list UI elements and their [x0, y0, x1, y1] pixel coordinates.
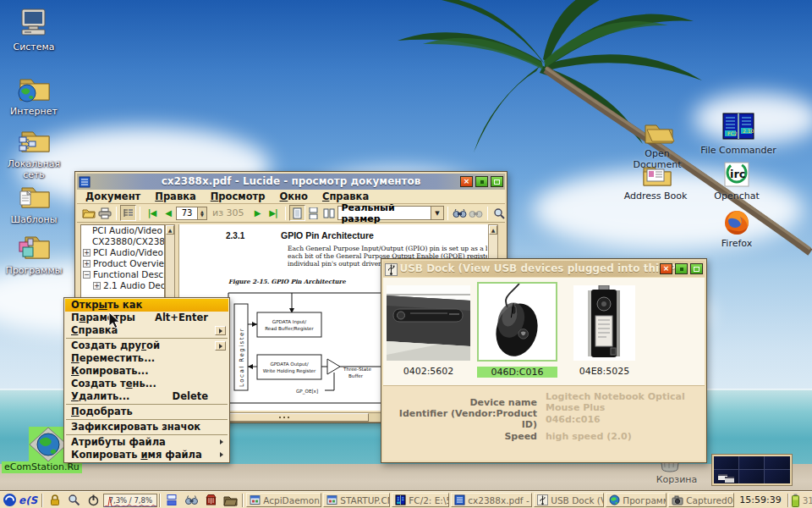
folder-document-icon — [639, 119, 676, 147]
first-page-button[interactable]: |◀ — [144, 205, 160, 221]
taskbar-button-captured[interactable]: Captured001 — [668, 493, 734, 507]
start-button[interactable]: e(S — [0, 493, 40, 507]
close-button[interactable]: × — [660, 263, 672, 274]
page-number-input[interactable] — [176, 207, 198, 220]
tree-expand-icon[interactable]: + — [83, 260, 91, 268]
menu-item-create-another[interactable]: Создать другой — [65, 340, 228, 352]
open-button[interactable] — [80, 205, 96, 221]
usb-window-titlebar[interactable]: USB Dock (View USB devices plugged into … — [383, 261, 705, 277]
tree-collapse-icon[interactable]: − — [83, 271, 91, 279]
toolbar-separator — [140, 207, 140, 220]
hide-button[interactable] — [675, 263, 688, 274]
facing-view-button[interactable] — [321, 205, 337, 221]
taskbar-button-programs[interactable]: Программы — [606, 493, 667, 507]
close-button[interactable]: × — [460, 176, 473, 187]
outline-item[interactable]: +2.1 Audio Decoder — [81, 280, 164, 291]
outline-item[interactable]: CX23880/CX23881/C — [81, 236, 164, 247]
desktop-icon-ecomstation-ru[interactable] — [29, 427, 68, 466]
outline-item[interactable]: PCI Audio/Video Broa — [81, 225, 164, 236]
menu-help[interactable]: Справка — [322, 190, 369, 202]
search-button[interactable] — [64, 493, 84, 508]
taskbar-button-pdf[interactable]: cx2388x.pdf - L — [451, 493, 532, 507]
menu-edit[interactable]: Правка — [155, 190, 195, 202]
virtual-desktop-pager[interactable] — [712, 455, 792, 485]
menu-item-label: Удалить... — [71, 390, 129, 402]
menu-item-copy[interactable]: Копировать... — [65, 365, 228, 378]
drives-folder-button[interactable] — [221, 493, 240, 508]
scroll-up-icon[interactable]: ▲ — [166, 225, 174, 235]
desktop-icon-address-book[interactable]: Address Book — [622, 163, 689, 202]
menu-item-copy-filename[interactable]: Копировать имя файла — [65, 449, 228, 461]
desktop-icon-templates[interactable]: Шаблоны — [0, 183, 68, 225]
page-icon — [293, 207, 302, 219]
desktop-icon-internet[interactable]: Интернет — [0, 73, 68, 117]
desktop-icon-programs[interactable]: Программы — [0, 232, 68, 276]
menu-item-create-shadow[interactable]: Создать тень... — [65, 378, 228, 390]
tree-expand-icon[interactable]: + — [93, 282, 101, 290]
desktop-icon-openchat[interactable]: irc Openchat — [699, 161, 775, 202]
power-button[interactable] — [84, 493, 103, 508]
usb-device-item[interactable]: 0402:5602 — [387, 285, 470, 377]
desktop-icon-local-network[interactable]: Локальная сеть — [0, 127, 68, 180]
menu-item-pickup[interactable]: Подобрать — [65, 406, 228, 418]
taskbar-button-fc2[interactable]: FC/2: E:\5 — [392, 493, 449, 507]
single-page-view-button[interactable] — [289, 205, 305, 221]
scroll-up-icon[interactable]: ▲ — [489, 225, 497, 235]
menu-separator — [66, 404, 228, 405]
menu-document[interactable]: Документ — [85, 190, 140, 202]
find-button[interactable] — [452, 205, 468, 221]
taskbar-button-acpidaemon[interactable]: AcpiDaemon.ex — [246, 493, 321, 507]
menu-item-move[interactable]: Переместить... — [65, 352, 228, 365]
submenu-arrow-icon[interactable] — [215, 341, 226, 351]
outline-item[interactable]: +Product Overview — [81, 258, 164, 269]
usb-device-id: 0402:5602 — [387, 366, 470, 377]
zoom-combobox[interactable]: Реальный размер ▼ — [337, 206, 444, 220]
desktop-icon-firefox[interactable]: Firefox — [700, 208, 773, 249]
usb-device-item-selected[interactable]: 046D:C016 — [477, 282, 557, 378]
outline-item[interactable]: −Functional Description — [81, 269, 164, 280]
lock-button[interactable] — [45, 493, 64, 508]
find-files-button[interactable] — [182, 493, 201, 508]
menu-item-properties[interactable]: Параметры Alt+Enter — [65, 312, 228, 324]
menu-view[interactable]: Просмотр — [211, 190, 266, 202]
info-row: Speed high speed (2.0) — [383, 428, 705, 444]
clock[interactable]: 15:59:39 — [735, 494, 785, 505]
previous-page-button[interactable]: ◀ — [160, 205, 176, 221]
usb-window-title: USB Dock (View USB devices plugged into … — [383, 262, 705, 274]
menu-item-open-as[interactable]: Открыть как — [65, 299, 228, 312]
maximize-button[interactable] — [491, 176, 503, 187]
usb-device-item[interactable]: 04E8:5025 — [573, 285, 635, 377]
menu-item-delete[interactable]: Удалить... Delete — [65, 390, 228, 403]
menu-item-file-attributes[interactable]: Атрибуты файла — [65, 436, 228, 449]
desktop-icon-system[interactable]: Система — [0, 7, 68, 52]
spin-down-icon[interactable]: ▼ — [200, 213, 204, 217]
maximize-button[interactable] — [690, 263, 703, 274]
shredder-button[interactable] — [201, 493, 221, 508]
menu-window[interactable]: Окно — [280, 190, 308, 202]
outline-item[interactable]: +PCI Audio/Video Broa — [81, 247, 164, 258]
irc-icon: irc — [721, 161, 752, 190]
programs-folder-icon — [15, 232, 52, 264]
print-button[interactable] — [96, 205, 112, 221]
taskbar-button-startup-cmd[interactable]: STARTUP.CMD — [323, 493, 390, 507]
submenu-arrow-icon[interactable] — [215, 326, 226, 335]
find-next-button[interactable] — [468, 205, 484, 221]
next-page-button[interactable]: ▶ — [250, 205, 266, 221]
last-page-button[interactable]: ▶| — [266, 205, 282, 221]
pdf-window-titlebar[interactable]: cx2388x.pdf - Lucide - просмотр документ… — [77, 174, 505, 190]
battery-indicator[interactable]: 31% — [791, 494, 812, 507]
window-list-button[interactable] — [162, 493, 182, 508]
toggle-sidebar-button[interactable] — [120, 205, 136, 221]
menu-item-help[interactable]: Справка — [65, 324, 228, 337]
page-spinner[interactable]: ▲ ▼ — [198, 207, 207, 220]
tree-expand-icon[interactable]: + — [83, 249, 91, 257]
continuous-view-button[interactable] — [305, 205, 321, 221]
menu-separator — [66, 419, 228, 420]
cpu-meter[interactable]: 7,3% / 7,8% — [103, 494, 157, 507]
dropdown-arrow-icon[interactable]: ▼ — [431, 207, 442, 219]
hide-button[interactable] — [475, 176, 488, 187]
taskbar-button-usb-dock[interactable]: USB Dock (View — [534, 493, 604, 507]
desktop-icon-file-commander[interactable]: FC2 2.10 File Commander — [700, 112, 776, 156]
zoom-tool-button[interactable] — [491, 205, 508, 221]
menu-item-lock-icon[interactable]: Зафиксировать значок — [65, 421, 228, 433]
